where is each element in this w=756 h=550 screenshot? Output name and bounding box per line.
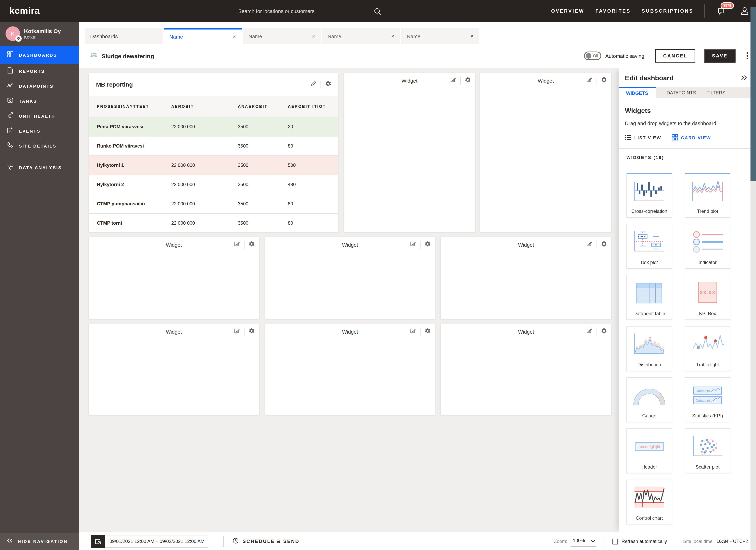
widget-card-indicator[interactable]: Indicator: [685, 224, 730, 269]
nav-favorites[interactable]: FAVORITES: [595, 8, 631, 14]
tab-filters[interactable]: FILTERS: [706, 90, 725, 95]
nav-overview[interactable]: OVERVIEW: [551, 8, 584, 14]
data-analysis-icon: [7, 163, 14, 172]
edit-widget-icon[interactable]: [234, 241, 240, 249]
svg-text:abcdefghijkl: abcdefghijkl: [638, 444, 660, 449]
edit-widget-icon[interactable]: [310, 80, 317, 89]
widget-settings-icon[interactable]: [601, 77, 607, 85]
widget-settings-icon[interactable]: [248, 241, 255, 249]
widget-card-datapoint-table[interactable]: Datapoint table: [626, 275, 672, 320]
widget-card-header[interactable]: abcdefghijklHeader: [626, 428, 672, 473]
notifications-button[interactable]: 9878: [716, 5, 728, 17]
widget-card-statistics-kpi-[interactable]: DatapointDatapointStatistics (KPI): [685, 377, 730, 422]
dashboard-header: Sludge dewatering Off Automatic saving C…: [79, 44, 756, 68]
user-profile-icon[interactable]: [739, 5, 750, 17]
widget-card-box-plot[interactable]: Box plot: [626, 224, 672, 269]
widget-card-cross-correlation[interactable]: Cross-correlation: [626, 173, 672, 218]
unit-health-icon: [7, 112, 14, 120]
edit-widget-icon[interactable]: [234, 328, 240, 335]
kemira-logo: kemira: [9, 6, 40, 16]
tab-name-3[interactable]: Name×: [322, 28, 400, 44]
card-view-button[interactable]: CARD VIEW: [672, 134, 711, 141]
widget-settings-icon[interactable]: [424, 328, 431, 335]
edit-widget-icon[interactable]: [410, 241, 416, 249]
widget-card-kpi-box[interactable]: XX.XXKPI Box: [685, 275, 730, 320]
hide-navigation-button[interactable]: HIDE NAVIGATION: [0, 533, 79, 550]
sidebar-item-data-analysis[interactable]: DATA ANALYSIS: [0, 160, 79, 175]
table-row: CTMP torni22 000 000350080: [89, 213, 338, 233]
widget-card-control-chart[interactable]: Control chart: [626, 480, 672, 524]
edit-widget-icon[interactable]: [450, 77, 456, 85]
close-tab-icon[interactable]: ×: [470, 33, 474, 39]
close-tab-icon[interactable]: ×: [233, 34, 236, 40]
placeholder-widget: Widget: [265, 237, 435, 319]
widget-settings-icon[interactable]: [465, 77, 471, 85]
avatar: K: [6, 26, 20, 41]
edit-widget-icon[interactable]: [586, 77, 593, 85]
scatter-plot-icon: [685, 429, 730, 464]
tab-dashboards-0[interactable]: Dashboards: [85, 28, 163, 44]
calendar-button[interactable]: [91, 535, 105, 548]
schedule-and-send-button[interactable]: SCHEDULE & SEND: [232, 537, 299, 545]
sidebar: K Kotkamills Oy Kotka DASHBOARDSREPORTSD…: [0, 22, 79, 550]
table-row: CTMP pumppausäiliö22 000 000350080: [89, 194, 338, 213]
widget-settings-icon[interactable]: [248, 328, 255, 335]
edit-widget-icon[interactable]: [586, 241, 593, 249]
widget-title: MB reporting: [96, 81, 133, 88]
automatic-saving-toggle[interactable]: Off: [584, 52, 601, 60]
close-tab-icon[interactable]: ×: [391, 33, 395, 39]
page-scrollbar: [750, 0, 756, 550]
zoom-select[interactable]: 100%: [571, 536, 596, 546]
widget-card-traffic-light[interactable]: Traffic light: [685, 326, 730, 371]
close-tab-icon[interactable]: ×: [312, 33, 315, 39]
table-row: Hylkytorni 222 000 0003500480: [89, 175, 338, 194]
sidebar-item-datapoints[interactable]: DATAPOINTS: [0, 79, 79, 94]
tab-datapoints[interactable]: DATAPOINTS: [667, 90, 696, 95]
company-name: Kotkamills Oy: [24, 28, 61, 35]
placeholder-widget: Widget: [89, 324, 259, 415]
reports-icon: [7, 67, 14, 76]
box-plot-icon: [627, 224, 672, 260]
edit-widget-icon[interactable]: [586, 328, 593, 335]
search-input[interactable]: [238, 8, 368, 14]
sidebar-item-reports[interactable]: REPORTS: [0, 64, 79, 79]
widget-card-distribution[interactable]: Distribution: [626, 326, 672, 371]
sidebar-item-tanks[interactable]: TANKS: [0, 94, 79, 109]
widget-card-scatter-plot[interactable]: Scatter plot: [685, 428, 730, 473]
panel-divider: [619, 148, 756, 149]
table-row: Hylkytorni 122 000 0003500500: [89, 155, 338, 175]
mb-reporting-widget: MB reporting PROSESSINÄYTTEETAEROBIT ANA…: [89, 73, 338, 232]
site-profile[interactable]: K Kotkamills Oy Kotka: [0, 22, 79, 46]
sidebar-item-events[interactable]: EVENTS: [0, 124, 79, 139]
widget-settings-icon[interactable]: [325, 80, 332, 89]
svg-text:XX.XX: XX.XX: [699, 290, 715, 295]
sidebar-item-unit-health[interactable]: UNIT HEALTH: [0, 109, 79, 124]
tab-name-2[interactable]: Name×: [243, 28, 321, 44]
scrollbar-thumb[interactable]: [750, 7, 756, 181]
tab-widgets[interactable]: WIDGETS: [619, 87, 656, 98]
widget-card-trend-plot[interactable]: Trend plot: [685, 173, 730, 218]
more-options-button[interactable]: [745, 51, 750, 61]
table-header: PROSESSINÄYTTEETAEROBIT ANAEROBITAEROBIT…: [89, 96, 338, 117]
widget-settings-icon[interactable]: [601, 328, 607, 335]
tab-name-1[interactable]: Name×: [164, 28, 242, 44]
save-button[interactable]: SAVE: [704, 49, 736, 63]
cancel-button[interactable]: CANCEL: [655, 49, 695, 63]
tab-name-4[interactable]: Name×: [401, 28, 479, 44]
widget-settings-icon[interactable]: [424, 241, 431, 249]
sidebar-item-dashboards[interactable]: DASHBOARDS: [0, 46, 79, 64]
site-name: Kotka: [24, 35, 61, 39]
refresh-automatically-checkbox[interactable]: [612, 538, 618, 544]
site-local-time-label: Site local time: [683, 539, 712, 544]
zoom-label: Zoom:: [554, 539, 567, 544]
sidebar-item-site-details[interactable]: SITE DETAILS: [0, 139, 79, 154]
widget-settings-icon[interactable]: [601, 241, 607, 249]
date-range-input[interactable]: 09/01/2021 12:00 AM – 09/02/2021 12:00 A…: [105, 535, 208, 548]
widget-card-gauge[interactable]: Gauge: [626, 377, 672, 422]
edit-widget-icon[interactable]: [410, 328, 416, 335]
double-chevron-left-icon: [7, 538, 13, 545]
list-view-button[interactable]: LIST VIEW: [625, 135, 661, 141]
collapse-panel-icon[interactable]: [741, 75, 747, 82]
nav-subscriptions[interactable]: SUBSCRIPTIONS: [642, 8, 693, 14]
search-icon[interactable]: [373, 7, 382, 17]
